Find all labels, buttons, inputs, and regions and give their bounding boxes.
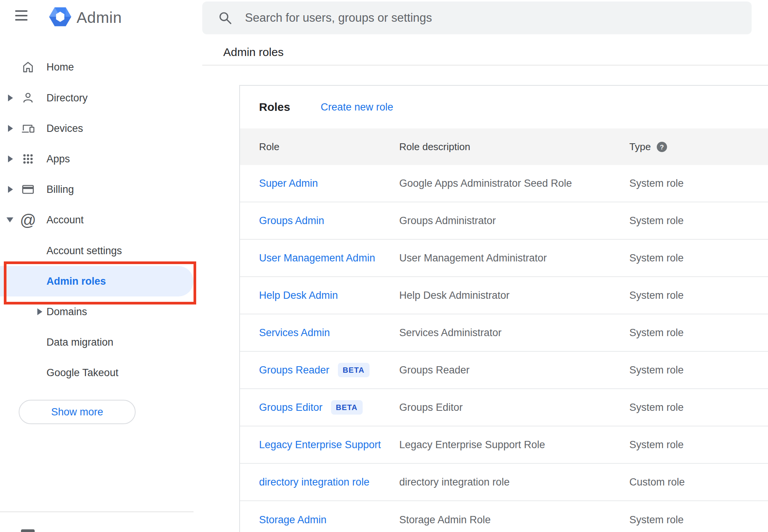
sidebar-item-label: Domains (46, 296, 87, 327)
breadcrumb: Admin roles (223, 46, 283, 59)
role-type: System role (629, 327, 768, 339)
sidebar-item-label: Account settings (46, 236, 122, 266)
role-description: Google Apps Administrator Seed Role (399, 178, 629, 189)
table-row: Groups Editor BETA Groups Editor System … (240, 389, 768, 426)
show-more-button[interactable]: Show more (19, 400, 136, 424)
role-description: User Management Administrator (399, 252, 629, 264)
sidebar-item-label: Google Takeout (46, 357, 118, 388)
beta-badge: BETA (338, 363, 370, 377)
apps-grid-icon (21, 152, 35, 166)
sidebar-item-label: Apps (46, 144, 70, 174)
role-link[interactable]: Groups Admin (259, 215, 324, 227)
role-type: System role (629, 364, 768, 376)
person-icon (21, 91, 35, 105)
role-link[interactable]: Help Desk Admin (259, 290, 338, 301)
table-row: directory integration role directory int… (240, 464, 768, 501)
credit-card-icon (21, 183, 35, 197)
table-row: Help Desk Admin Help Desk Administrator … (240, 277, 768, 314)
home-icon (21, 60, 35, 74)
chevron-right-icon (37, 308, 42, 315)
sidebar-item-apps[interactable]: Apps (0, 144, 157, 174)
sidebar-item-label: Devices (46, 113, 83, 144)
app-title: Admin (77, 8, 122, 27)
sidebar-item-label: Admin roles (46, 266, 106, 296)
sidebar-item-data-migration[interactable]: Data migration (0, 327, 157, 357)
search-bar[interactable] (202, 2, 752, 34)
sidebar-item-account[interactable]: @ Account (0, 205, 157, 235)
sidebar-divider (0, 511, 194, 512)
card-title: Roles (259, 101, 290, 114)
column-header-description: Role description (399, 141, 629, 153)
role-description: Help Desk Administrator (399, 290, 629, 301)
help-icon[interactable]: ? (657, 142, 667, 152)
role-description: Groups Editor (399, 402, 629, 413)
role-link[interactable]: directory integration role (259, 476, 370, 488)
search-icon (218, 11, 233, 27)
sidebar-item-home[interactable]: Home (0, 52, 157, 82)
role-type: Custom role (629, 476, 768, 488)
role-link[interactable]: Legacy Enterprise Support (259, 439, 381, 451)
create-new-role-link[interactable]: Create new role (321, 101, 394, 113)
beta-badge: BETA (331, 400, 363, 415)
table-row: Super Admin Google Apps Administrator Se… (240, 165, 768, 202)
role-type: System role (629, 215, 768, 227)
sidebar-item-devices[interactable]: Devices (0, 113, 157, 144)
roles-card: Roles Create new role Role Role descript… (239, 85, 768, 532)
chevron-right-icon (8, 95, 13, 101)
admin-console-screen: Admin Home Directory Devices (0, 0, 768, 532)
chevron-right-icon (8, 125, 13, 132)
role-type: System role (629, 514, 768, 526)
role-description: Storage Admin Role (399, 514, 629, 526)
table-row: Services Admin Services Administrator Sy… (240, 314, 768, 352)
role-type: System role (629, 402, 768, 413)
table-row: Groups Admin Groups Administrator System… (240, 202, 768, 240)
column-header-role: Role (259, 141, 399, 153)
role-description: directory integration role (399, 476, 629, 488)
show-more-label: Show more (51, 406, 103, 418)
role-link[interactable]: Services Admin (259, 327, 330, 339)
sidebar-item-label: Account (46, 205, 84, 235)
devices-icon (21, 122, 35, 136)
sidebar-item-label: Home (46, 52, 74, 82)
sidebar-item-label: Directory (46, 83, 88, 113)
admin-logo-icon[interactable] (49, 6, 71, 29)
role-link[interactable]: Groups Editor (259, 402, 323, 413)
chevron-right-icon (8, 186, 13, 193)
svg-text:?: ? (660, 143, 664, 151)
menu-icon[interactable] (15, 10, 27, 21)
role-description: Services Administrator (399, 327, 629, 339)
sidebar-item-account-settings[interactable]: Account settings (0, 236, 157, 266)
table-row: Legacy Enterprise Support Legacy Enterpr… (240, 426, 768, 464)
role-type: System role (629, 252, 768, 264)
role-link[interactable]: User Management Admin (259, 252, 375, 264)
sidebar-item-admin-roles[interactable]: Admin roles (0, 266, 194, 296)
role-type: System role (629, 178, 768, 189)
role-type: System role (629, 290, 768, 301)
chevron-down-icon (6, 218, 13, 223)
sidebar-item-label: Billing (46, 174, 74, 205)
sidebar-item-directory[interactable]: Directory (0, 83, 157, 113)
roles-card-header: Roles Create new role (240, 86, 768, 128)
role-description: Legacy Enterprise Support Role (399, 439, 629, 451)
partial-bottom-icon (21, 529, 35, 532)
role-link[interactable]: Storage Admin (259, 514, 326, 526)
role-description: Groups Reader (399, 364, 629, 376)
breadcrumb-divider (202, 65, 768, 66)
sidebar-item-label: Data migration (46, 327, 114, 357)
table-row: Storage Admin Storage Admin Role System … (240, 501, 768, 532)
search-input[interactable] (245, 11, 733, 25)
role-description: Groups Administrator (399, 215, 629, 227)
at-sign-icon: @ (21, 213, 35, 227)
role-link[interactable]: Groups Reader (259, 364, 330, 376)
table-row: User Management Admin User Management Ad… (240, 240, 768, 277)
table-row: Groups Reader BETA Groups Reader System … (240, 352, 768, 389)
role-link[interactable]: Super Admin (259, 178, 318, 189)
chevron-right-icon (8, 155, 13, 162)
sidebar-item-domains[interactable]: Domains (0, 296, 157, 327)
column-header-type: Type ? (629, 141, 768, 153)
role-type: System role (629, 439, 768, 451)
sidebar-item-billing[interactable]: Billing (0, 174, 157, 205)
table-header: Role Role description Type ? (240, 128, 768, 165)
sidebar-item-google-takeout[interactable]: Google Takeout (0, 357, 157, 388)
